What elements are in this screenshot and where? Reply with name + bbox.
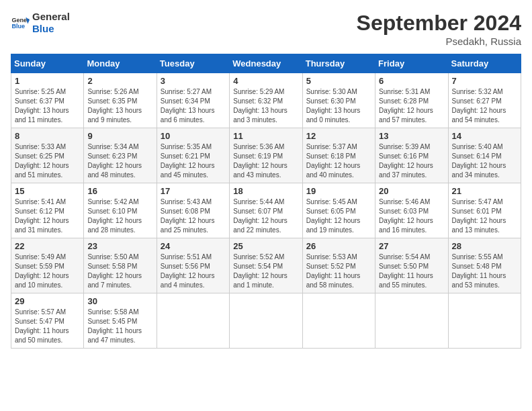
- table-row: 24Sunrise: 5:51 AMSunset: 5:56 PMDayligh…: [157, 238, 229, 293]
- header-saturday: Saturday: [448, 54, 521, 73]
- table-row: 7Sunrise: 5:32 AMSunset: 6:27 PMDaylight…: [448, 73, 521, 128]
- day-info: Sunrise: 5:47 AMSunset: 6:01 PMDaylight:…: [452, 197, 517, 235]
- calendar-row: 1Sunrise: 5:25 AMSunset: 6:37 PMDaylight…: [11, 73, 521, 128]
- weekday-header-row: Sunday Monday Tuesday Wednesday Thursday…: [11, 54, 521, 73]
- day-info: Sunrise: 5:33 AMSunset: 6:25 PMDaylight:…: [15, 142, 80, 180]
- day-info: Sunrise: 5:42 AMSunset: 6:10 PMDaylight:…: [87, 197, 152, 235]
- table-row: 17Sunrise: 5:43 AMSunset: 6:08 PMDayligh…: [157, 183, 229, 238]
- table-row: [302, 293, 375, 349]
- table-row: 1Sunrise: 5:25 AMSunset: 6:37 PMDaylight…: [11, 73, 84, 128]
- table-row: [448, 293, 521, 349]
- day-info: Sunrise: 5:49 AMSunset: 5:59 PMDaylight:…: [15, 253, 80, 290]
- day-number: 22: [15, 241, 80, 251]
- day-info: Sunrise: 5:52 AMSunset: 5:54 PMDaylight:…: [233, 253, 298, 290]
- day-info: Sunrise: 5:40 AMSunset: 6:14 PMDaylight:…: [452, 142, 517, 180]
- logo: General Blue General Blue: [11, 11, 70, 35]
- day-number: 5: [306, 76, 371, 86]
- svg-text:Blue: Blue: [11, 23, 25, 30]
- day-info: Sunrise: 5:25 AMSunset: 6:37 PMDaylight:…: [15, 87, 80, 125]
- logo-icon: General Blue: [11, 13, 30, 32]
- table-row: 14Sunrise: 5:40 AMSunset: 6:14 PMDayligh…: [448, 128, 521, 183]
- table-row: 23Sunrise: 5:50 AMSunset: 5:58 PMDayligh…: [84, 238, 157, 293]
- day-number: 3: [161, 76, 226, 86]
- logo-general: General: [32, 11, 70, 23]
- day-number: 29: [15, 296, 80, 306]
- day-number: 21: [452, 186, 517, 196]
- table-row: 12Sunrise: 5:37 AMSunset: 6:18 PMDayligh…: [302, 128, 375, 183]
- day-number: 1: [15, 76, 80, 86]
- day-number: 2: [87, 76, 152, 86]
- day-number: 6: [379, 76, 444, 86]
- day-info: Sunrise: 5:57 AMSunset: 5:47 PMDaylight:…: [15, 308, 80, 345]
- table-row: 13Sunrise: 5:39 AMSunset: 6:16 PMDayligh…: [375, 128, 448, 183]
- table-row: 20Sunrise: 5:46 AMSunset: 6:03 PMDayligh…: [375, 183, 448, 238]
- table-row: 21Sunrise: 5:47 AMSunset: 6:01 PMDayligh…: [448, 183, 521, 238]
- month-title: September 2024: [357, 11, 521, 36]
- calendar-row: 22Sunrise: 5:49 AMSunset: 5:59 PMDayligh…: [11, 238, 521, 293]
- day-info: Sunrise: 5:51 AMSunset: 5:56 PMDaylight:…: [161, 253, 226, 290]
- table-row: 3Sunrise: 5:27 AMSunset: 6:34 PMDaylight…: [157, 73, 229, 128]
- day-info: Sunrise: 5:31 AMSunset: 6:28 PMDaylight:…: [379, 87, 444, 125]
- day-number: 9: [87, 131, 152, 141]
- table-row: 6Sunrise: 5:31 AMSunset: 6:28 PMDaylight…: [375, 73, 448, 128]
- logo-blue: Blue: [32, 23, 70, 35]
- day-number: 8: [15, 131, 80, 141]
- calendar-row: 15Sunrise: 5:41 AMSunset: 6:12 PMDayligh…: [11, 183, 521, 238]
- day-number: 27: [379, 241, 444, 251]
- day-info: Sunrise: 5:30 AMSunset: 6:30 PMDaylight:…: [306, 87, 371, 125]
- table-row: 5Sunrise: 5:30 AMSunset: 6:30 PMDaylight…: [302, 73, 375, 128]
- table-row: 29Sunrise: 5:57 AMSunset: 5:47 PMDayligh…: [11, 293, 84, 349]
- header-thursday: Thursday: [302, 54, 375, 73]
- day-number: 12: [306, 131, 371, 141]
- day-number: 10: [161, 131, 226, 141]
- header-monday: Monday: [84, 54, 157, 73]
- day-info: Sunrise: 5:46 AMSunset: 6:03 PMDaylight:…: [379, 197, 444, 235]
- table-row: 15Sunrise: 5:41 AMSunset: 6:12 PMDayligh…: [11, 183, 84, 238]
- table-row: 22Sunrise: 5:49 AMSunset: 5:59 PMDayligh…: [11, 238, 84, 293]
- day-number: 20: [379, 186, 444, 196]
- table-row: [157, 293, 229, 349]
- day-info: Sunrise: 5:26 AMSunset: 6:35 PMDaylight:…: [87, 87, 152, 125]
- table-row: [230, 293, 302, 349]
- day-number: 16: [87, 186, 152, 196]
- day-number: 28: [452, 241, 517, 251]
- day-info: Sunrise: 5:36 AMSunset: 6:19 PMDaylight:…: [233, 142, 298, 180]
- header-tuesday: Tuesday: [157, 54, 229, 73]
- day-number: 17: [161, 186, 226, 196]
- day-number: 11: [233, 131, 298, 141]
- location: Psedakh, Russia: [357, 36, 521, 47]
- day-number: 19: [306, 186, 371, 196]
- day-number: 18: [233, 186, 298, 196]
- table-row: 16Sunrise: 5:42 AMSunset: 6:10 PMDayligh…: [84, 183, 157, 238]
- day-info: Sunrise: 5:34 AMSunset: 6:23 PMDaylight:…: [87, 142, 152, 180]
- day-info: Sunrise: 5:35 AMSunset: 6:21 PMDaylight:…: [161, 142, 226, 180]
- header-friday: Friday: [375, 54, 448, 73]
- table-row: 18Sunrise: 5:44 AMSunset: 6:07 PMDayligh…: [230, 183, 302, 238]
- day-number: 30: [87, 296, 152, 306]
- day-number: 13: [379, 131, 444, 141]
- table-row: 27Sunrise: 5:54 AMSunset: 5:50 PMDayligh…: [375, 238, 448, 293]
- table-row: 2Sunrise: 5:26 AMSunset: 6:35 PMDaylight…: [84, 73, 157, 128]
- calendar-row: 8Sunrise: 5:33 AMSunset: 6:25 PMDaylight…: [11, 128, 521, 183]
- table-row: 9Sunrise: 5:34 AMSunset: 6:23 PMDaylight…: [84, 128, 157, 183]
- table-row: 11Sunrise: 5:36 AMSunset: 6:19 PMDayligh…: [230, 128, 302, 183]
- table-row: 25Sunrise: 5:52 AMSunset: 5:54 PMDayligh…: [230, 238, 302, 293]
- day-number: 14: [452, 131, 517, 141]
- day-info: Sunrise: 5:54 AMSunset: 5:50 PMDaylight:…: [379, 253, 444, 290]
- day-number: 15: [15, 186, 80, 196]
- table-row: 19Sunrise: 5:45 AMSunset: 6:05 PMDayligh…: [302, 183, 375, 238]
- calendar-table: Sunday Monday Tuesday Wednesday Thursday…: [11, 54, 521, 349]
- day-info: Sunrise: 5:45 AMSunset: 6:05 PMDaylight:…: [306, 197, 371, 235]
- day-number: 25: [233, 241, 298, 251]
- header-wednesday: Wednesday: [230, 54, 302, 73]
- day-info: Sunrise: 5:29 AMSunset: 6:32 PMDaylight:…: [233, 87, 298, 125]
- title-area: September 2024 Psedakh, Russia: [357, 11, 521, 47]
- day-info: Sunrise: 5:27 AMSunset: 6:34 PMDaylight:…: [161, 87, 226, 125]
- calendar-row: 29Sunrise: 5:57 AMSunset: 5:47 PMDayligh…: [11, 293, 521, 349]
- day-info: Sunrise: 5:37 AMSunset: 6:18 PMDaylight:…: [306, 142, 371, 180]
- day-number: 24: [161, 241, 226, 251]
- day-number: 7: [452, 76, 517, 86]
- table-row: 30Sunrise: 5:58 AMSunset: 5:45 PMDayligh…: [84, 293, 157, 349]
- table-row: 10Sunrise: 5:35 AMSunset: 6:21 PMDayligh…: [157, 128, 229, 183]
- table-row: 8Sunrise: 5:33 AMSunset: 6:25 PMDaylight…: [11, 128, 84, 183]
